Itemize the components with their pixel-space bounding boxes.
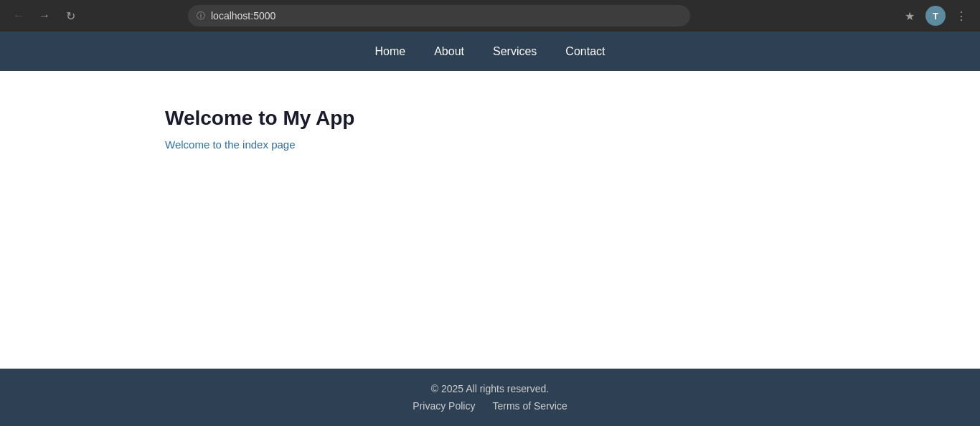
page-title: Welcome to My App (165, 107, 815, 130)
nav-item-home[interactable]: Home (375, 45, 406, 58)
footer: © 2025 All rights reserved. Privacy Poli… (0, 369, 980, 426)
bookmark-button[interactable]: ★ (900, 6, 920, 26)
secure-icon: ⓘ (197, 10, 205, 22)
browser-chrome: ← → ↻ ⓘ localhost:5000 ★ T ⋮ (0, 0, 980, 32)
nav-item-contact[interactable]: Contact (565, 45, 605, 58)
menu-button[interactable]: ⋮ (951, 6, 971, 26)
url-text: localhost:5000 (211, 10, 275, 22)
reload-button[interactable]: ↻ (60, 6, 80, 26)
app-wrapper: Home About Services Contact Welcome to M… (0, 32, 980, 426)
nav-item-services[interactable]: Services (493, 45, 537, 58)
url-bar[interactable]: ⓘ localhost:5000 (188, 5, 690, 27)
main-content: Welcome to My App Welcome to the index p… (0, 71, 980, 369)
back-button[interactable]: ← (9, 6, 29, 26)
nav-link-about[interactable]: About (434, 45, 464, 57)
nav-link-services[interactable]: Services (493, 45, 537, 57)
browser-actions: ★ T ⋮ (900, 6, 971, 26)
nav-links: Home About Services Contact (375, 45, 606, 58)
forward-button[interactable]: → (34, 6, 55, 26)
privacy-policy-link[interactable]: Privacy Policy (413, 400, 475, 412)
profile-button[interactable]: T (925, 6, 946, 26)
nav-item-about[interactable]: About (434, 45, 464, 58)
nav-link-contact[interactable]: Contact (565, 45, 605, 57)
footer-copyright: © 2025 All rights reserved. (431, 383, 549, 394)
nav-link-home[interactable]: Home (375, 45, 406, 57)
navbar: Home About Services Contact (0, 32, 980, 71)
terms-of-service-link[interactable]: Terms of Service (492, 400, 567, 412)
footer-links: Privacy Policy Terms of Service (413, 400, 567, 412)
page-subtitle: Welcome to the index page (165, 138, 815, 151)
